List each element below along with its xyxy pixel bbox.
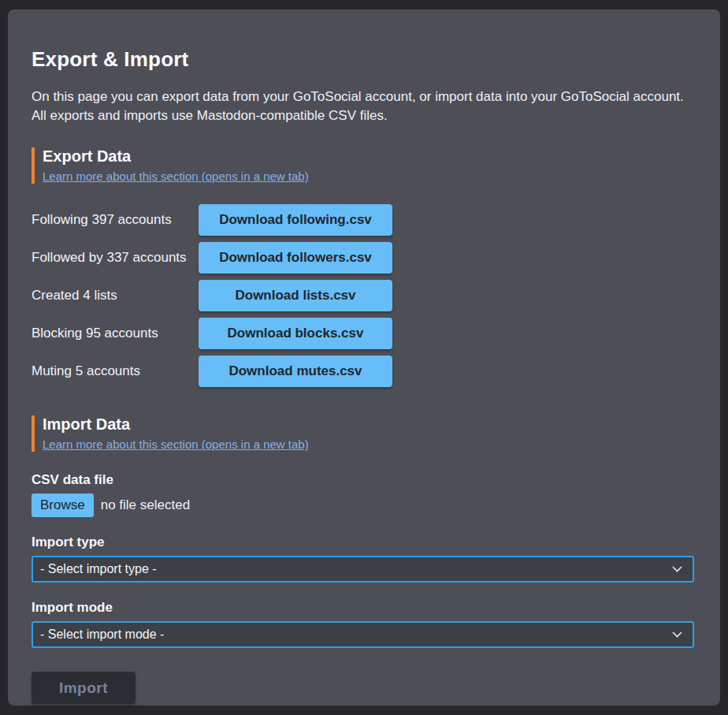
export-row-mutes: Muting 5 accounts Download mutes.csv [32, 356, 696, 387]
import-button[interactable]: Import [32, 672, 136, 704]
import-learn-more-link[interactable]: Learn more about this section (opens in … [43, 438, 309, 451]
file-status-text: no file selected [101, 497, 190, 513]
page-description: On this page you can export data from yo… [32, 88, 696, 125]
browse-button[interactable]: Browse [32, 493, 94, 517]
chevron-down-icon [672, 566, 682, 572]
download-followers-button[interactable]: Download followers.csv [199, 242, 392, 274]
import-type-label: Import type [32, 534, 696, 550]
export-rows: Following 397 accounts Download followin… [32, 204, 696, 387]
import-mode-field: Import mode - Select import mode - [32, 600, 696, 648]
import-section: Import Data Learn more about this sectio… [32, 415, 696, 704]
export-section: Export Data Learn more about this sectio… [32, 147, 696, 387]
csv-file-label: CSV data file [32, 472, 696, 488]
export-section-heading: Export Data [43, 147, 696, 166]
download-lists-button[interactable]: Download lists.csv [199, 280, 392, 311]
import-mode-label: Import mode [32, 600, 696, 616]
export-row-lists: Created 4 lists Download lists.csv [32, 280, 696, 311]
settings-panel: Export & Import On this page you can exp… [8, 9, 720, 706]
export-learn-more-link[interactable]: Learn more about this section (opens in … [43, 169, 309, 183]
download-blocks-button[interactable]: Download blocks.csv [199, 318, 392, 349]
export-section-header: Export Data Learn more about this sectio… [32, 147, 696, 184]
import-type-selected-value: - Select import type - [40, 562, 157, 576]
export-row-label: Followed by 337 accounts [32, 250, 199, 266]
export-row-label: Following 397 accounts [32, 212, 199, 228]
export-row-label: Created 4 lists [32, 288, 199, 304]
import-mode-select[interactable]: - Select import mode - [32, 621, 694, 648]
page-title: Export & Import [32, 47, 696, 72]
export-row-label: Muting 5 accounts [32, 363, 199, 379]
import-section-header: Import Data Learn more about this sectio… [32, 415, 696, 452]
export-row-following: Following 397 accounts Download followin… [32, 204, 696, 236]
export-row-label: Blocking 95 accounts [32, 326, 199, 341]
download-mutes-button[interactable]: Download mutes.csv [199, 356, 392, 387]
import-mode-selected-value: - Select import mode - [40, 627, 164, 642]
import-type-field: Import type - Select import type - [32, 534, 696, 583]
file-input-row: Browse no file selected [32, 493, 696, 517]
export-row-followers: Followed by 337 accounts Download follow… [32, 242, 696, 274]
import-type-select[interactable]: - Select import type - [32, 556, 694, 583]
download-following-button[interactable]: Download following.csv [199, 204, 392, 236]
export-row-blocks: Blocking 95 accounts Download blocks.csv [32, 318, 696, 349]
chevron-down-icon [672, 631, 682, 638]
csv-file-field: CSV data file Browse no file selected [32, 472, 696, 517]
import-section-heading: Import Data [43, 415, 696, 434]
